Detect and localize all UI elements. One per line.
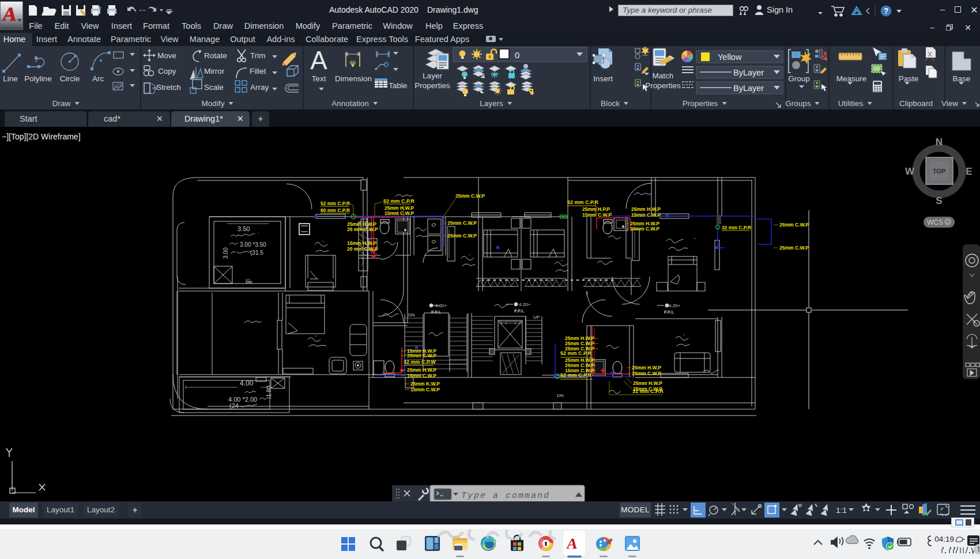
- svg-text:25mm H.W.P: 25mm H.W.P: [407, 367, 436, 373]
- svg-text:DN: DN: [246, 280, 252, 285]
- svg-text:25mm H.P.P: 25mm H.P.P: [582, 206, 610, 212]
- svg-text:F.F.L: F.F.L: [431, 309, 441, 315]
- svg-text:15mm C.W.P: 15mm C.W.P: [385, 210, 414, 216]
- svg-text:52 mm C.P.R: 52 mm C.P.R: [560, 372, 591, 378]
- svg-text:3.00 *3.50: 3.00 *3.50: [240, 241, 266, 248]
- svg-text:WCS: WCS: [927, 218, 943, 226]
- svg-text:15mm C.W.P: 15mm C.W.P: [631, 212, 661, 218]
- svg-text:15mm C.W.P: 15mm C.W.P: [407, 373, 436, 379]
- svg-text:(31.5: (31.5: [250, 250, 263, 256]
- svg-text:A: A: [1, 3, 18, 25]
- svg-text:3.50: 3.50: [238, 225, 250, 232]
- svg-text:52 mm C.P.R: 52 mm C.P.R: [321, 201, 350, 206]
- svg-text:S: S: [936, 195, 942, 206]
- svg-text:−][Top][2D Wireframe]: −][Top][2D Wireframe]: [2, 132, 81, 141]
- svg-text:52 mm C.P.R: 52 mm C.P.R: [383, 198, 414, 204]
- svg-text:1:1: 1:1: [836, 506, 847, 515]
- svg-text:32 mm C.P.W: 32 mm C.P.W: [404, 359, 436, 365]
- svg-text:25mm C.W.P: 25mm C.W.P: [632, 371, 661, 376]
- svg-text:W: W: [905, 166, 915, 177]
- svg-text:4.20+: 4.20+: [435, 303, 447, 308]
- svg-text:25 mm C.W.P: 25 mm C.W.P: [347, 226, 378, 232]
- svg-text:UP: UP: [533, 315, 540, 320]
- svg-text:3.00: 3.00: [223, 247, 229, 259]
- svg-text:F.F.L: F.F.L: [514, 308, 524, 314]
- svg-text:25mm H.W.P: 25mm H.W.P: [632, 365, 661, 371]
- svg-text:25mm H.W.P: 25mm H.W.P: [633, 380, 662, 386]
- svg-text:25mm K.W.P: 25mm K.W.P: [410, 381, 440, 387]
- svg-text:25mm C.W.P: 25mm C.W.P: [447, 220, 477, 226]
- svg-text:4.20+: 4.20+: [669, 303, 681, 308]
- svg-text:20 mm C.W.P: 20 mm C.W.P: [347, 246, 378, 252]
- svg-text:Yellow: Yellow: [718, 52, 742, 62]
- svg-text:DN: DN: [557, 393, 564, 398]
- svg-text:ByLayer: ByLayer: [733, 84, 764, 93]
- svg-text:1.80: 1.80: [266, 386, 272, 397]
- svg-text:DN: DN: [408, 312, 415, 318]
- svg-text:31 mm C.P.R: 31 mm C.P.R: [632, 388, 664, 394]
- svg-text:25mm H.W.P: 25mm H.W.P: [631, 206, 661, 212]
- svg-text:25mm C.W.P: 25mm C.W.P: [779, 245, 809, 251]
- svg-text:52 mm C.P.R: 52 mm C.P.R: [567, 199, 598, 205]
- svg-text:F.F.L: F.F.L: [664, 309, 674, 315]
- svg-text:(24: (24: [229, 402, 239, 409]
- svg-text:4.20+: 4.20+: [519, 302, 531, 307]
- svg-text:25mm C.W.P: 25mm C.W.P: [455, 193, 485, 199]
- svg-text:52 mm C.P.R: 52 mm C.P.R: [560, 350, 591, 356]
- svg-text:15mm C.W.P: 15mm C.W.P: [410, 387, 440, 392]
- svg-text:x: x: [823, 50, 827, 56]
- svg-text:60 mm C.P.R: 60 mm C.P.R: [321, 207, 350, 213]
- svg-text:4.00: 4.00: [240, 379, 254, 387]
- svg-text:20mm C.W.P: 20mm C.W.P: [407, 353, 436, 358]
- svg-text:ByLayer: ByLayer: [733, 68, 764, 77]
- svg-text:Type a command: Type a command: [461, 491, 550, 501]
- svg-text:?: ?: [884, 6, 889, 16]
- svg-text:20mm C.W.P: 20mm C.W.P: [630, 226, 659, 232]
- svg-text:04:19: 04:19: [934, 535, 954, 543]
- svg-text:TOP: TOP: [933, 168, 945, 175]
- svg-text:25mm C.W.P: 25mm C.W.P: [779, 222, 809, 228]
- svg-text:25mm C.W.P: 25mm C.W.P: [447, 233, 477, 239]
- svg-text:N: N: [936, 137, 943, 148]
- svg-text:15mm C.W.P: 15mm C.W.P: [582, 212, 612, 218]
- svg-text:E: E: [966, 166, 972, 177]
- svg-text:A: A: [310, 46, 327, 74]
- svg-text:0: 0: [515, 50, 519, 60]
- svg-text:32 mm C.P.R: 32 mm C.P.R: [722, 225, 751, 231]
